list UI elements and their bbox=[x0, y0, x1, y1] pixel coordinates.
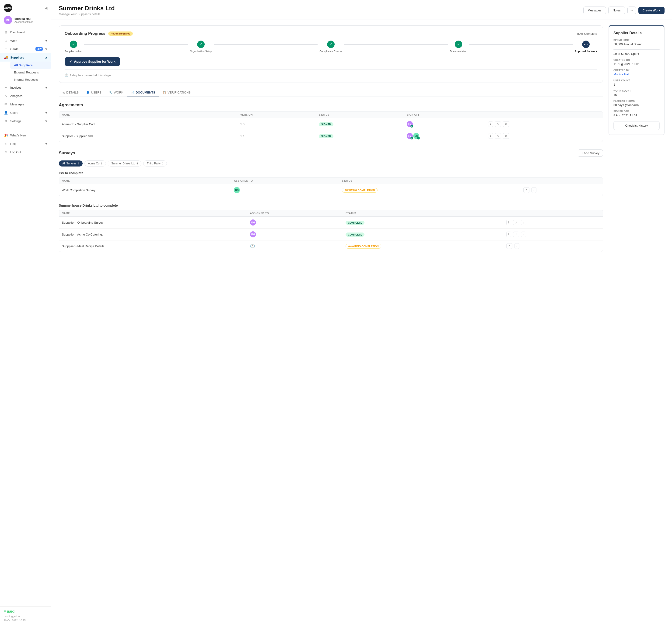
sidebar-item-work[interactable]: □ Work ∨ bbox=[0, 36, 51, 45]
step-connector bbox=[84, 44, 188, 45]
sidebar-item-internal-requests[interactable]: Internal Requests bbox=[10, 76, 51, 83]
delete-button[interactable]: 🗑 bbox=[503, 121, 509, 127]
step-circle-done: ✓ bbox=[197, 41, 205, 48]
sidebar-item-logout[interactable]: ⎋ Log Out bbox=[0, 148, 51, 156]
summerhouse-section-title: Summerhouse Drinks Ltd to complete bbox=[59, 204, 603, 207]
more-options-button[interactable]: ··· bbox=[627, 6, 636, 14]
iss-table-body: Work Completion Survey NG AWAITING COMPL… bbox=[59, 184, 603, 196]
step-connector bbox=[469, 44, 573, 45]
approve-supplier-button[interactable]: ✔ Approve Supplier for Work bbox=[65, 57, 120, 66]
sidebar-item-invoices[interactable]: ≡ Invoices ∨ bbox=[0, 83, 51, 92]
dashboard-icon: ⊞ bbox=[4, 30, 8, 34]
sidebar-item-help[interactable]: ◎ Help ∨ bbox=[0, 140, 51, 148]
tab-details[interactable]: ◎ DETAILS bbox=[59, 89, 82, 97]
external-link-button[interactable]: ↗ bbox=[513, 231, 519, 237]
avatar-with-check-em: EM ✓ bbox=[407, 133, 413, 139]
sidebar-item-users[interactable]: 👤 Users ∨ bbox=[0, 108, 51, 117]
col-status: STATUS bbox=[316, 111, 404, 118]
chevron-down-icon: ∨ bbox=[45, 111, 47, 115]
time-note: 🕐 1 day has passed at this stage bbox=[65, 70, 597, 77]
header-actions: Messages Notes ··· Create Work bbox=[583, 6, 665, 14]
action-icons: ℹ ✎ 🗑 bbox=[488, 121, 600, 127]
chevron-down-icon: ∨ bbox=[45, 47, 47, 51]
sidebar-item-messages[interactable]: ✉ Messages bbox=[0, 100, 51, 108]
tab-documents[interactable]: 📄 DOCUMENTS bbox=[127, 89, 159, 97]
info-button[interactable]: ℹ bbox=[488, 121, 493, 127]
info-button[interactable]: ℹ bbox=[488, 133, 493, 139]
created-by-link[interactable]: Monica Hall bbox=[614, 73, 659, 76]
external-link-button[interactable]: ↗ bbox=[523, 187, 529, 193]
col-signoff: SIGN OFF bbox=[404, 111, 485, 118]
sidebar-item-settings[interactable]: ⚙ Settings ∨ bbox=[0, 117, 51, 125]
col-status: STATUS bbox=[343, 210, 504, 217]
step-label: Supplier Invited bbox=[65, 50, 82, 53]
main-nav: ⊞ Dashboard □ Work ∨ ▭ Cards NEW ∨ 🚚 Sup… bbox=[0, 28, 51, 606]
filter-all-surveys[interactable]: All Surveys 6 bbox=[59, 160, 82, 167]
survey-status: COMPLETE bbox=[343, 228, 504, 241]
agreements-table-body: Acme Co - Supplier Cod... 1.3 SIGNED EM … bbox=[59, 118, 603, 142]
notes-button[interactable]: Notes bbox=[608, 6, 625, 14]
download-button[interactable]: ↓ bbox=[514, 243, 520, 249]
info-button[interactable]: ℹ bbox=[506, 220, 511, 225]
onboarding-header: Onboarding Progress Action Required 80% … bbox=[65, 31, 597, 36]
download-button[interactable]: ↓ bbox=[521, 231, 526, 237]
edit-button[interactable]: ✎ bbox=[495, 121, 501, 127]
tab-users[interactable]: 👤 USERS bbox=[82, 89, 105, 97]
summerhouse-table-header: NAME ASSIGNED TO STATUS bbox=[59, 210, 603, 217]
download-button[interactable]: ↓ bbox=[531, 187, 536, 193]
tab-work[interactable]: 🔧 WORK bbox=[105, 89, 127, 97]
onboarding-progress-card: Onboarding Progress Action Required 80% … bbox=[59, 25, 603, 83]
checklist-history-button[interactable]: Checklist History bbox=[614, 121, 659, 130]
spend-bar bbox=[614, 49, 659, 50]
sidebar-item-cards[interactable]: ▭ Cards NEW ∨ bbox=[0, 45, 51, 53]
agreement-actions: ℹ ✎ 🗑 bbox=[485, 130, 603, 142]
sidebar-item-analytics[interactable]: ∿ Analytics bbox=[0, 92, 51, 100]
col-name: NAME bbox=[59, 210, 247, 217]
step-circle-done: ✓ bbox=[327, 41, 335, 48]
messages-button[interactable]: Messages bbox=[583, 6, 606, 14]
filter-acme-co[interactable]: Acme Co 1 bbox=[85, 160, 106, 167]
verifications-icon: 📋 bbox=[163, 91, 166, 94]
check-overlay: ✓ bbox=[410, 137, 413, 140]
sidebar-item-label: Work bbox=[10, 39, 43, 43]
step-label: Documentation bbox=[450, 50, 467, 53]
survey-status: COMPLETE bbox=[343, 217, 504, 228]
step-approval-for-work: ··· Approval for Work bbox=[575, 41, 597, 53]
filter-third-party[interactable]: Third Party 1 bbox=[143, 160, 167, 167]
survey-name: Suppplier - Meal Recipe Details bbox=[59, 241, 247, 252]
create-work-button[interactable]: Create Work bbox=[639, 7, 665, 14]
sidebar-item-all-suppliers[interactable]: All Suppliers bbox=[10, 61, 51, 69]
sidebar-item-whats-new[interactable]: 🎉 What's New bbox=[0, 131, 51, 140]
status-badge: SIGNED bbox=[319, 134, 333, 138]
add-survey-button[interactable]: + Add Survey bbox=[578, 149, 603, 157]
action-icons: ℹ ↗ ↓ bbox=[506, 220, 600, 225]
iss-section-title: ISS to complete bbox=[59, 171, 603, 175]
sidebar-item-label: Users bbox=[10, 111, 43, 115]
surveys-header: Surveys + Add Survey bbox=[59, 149, 603, 157]
signed-off-label: SIGNED OFF bbox=[614, 110, 659, 112]
delete-button[interactable]: 🗑 bbox=[503, 133, 509, 139]
avatar-with-check: EM ✓ bbox=[407, 121, 413, 127]
table-row: Suppplier - Meal Recipe Details 🕐 AWAITI… bbox=[59, 241, 603, 252]
sidebar: ACME ◀ MH Monica Hall Account settings ⊞… bbox=[0, 0, 51, 625]
agreement-status: SIGNED bbox=[316, 118, 404, 130]
external-link-button[interactable]: ↗ bbox=[513, 220, 519, 225]
avatar: NG bbox=[234, 187, 240, 193]
company-logo: ACME bbox=[4, 4, 12, 12]
collapse-sidebar-button[interactable]: ◀ bbox=[45, 6, 47, 10]
step-label: Organisation Setup bbox=[190, 50, 212, 53]
sidebar-item-external-requests[interactable]: External Requests bbox=[10, 69, 51, 76]
filter-summer-drinks[interactable]: Summer Drinks Ltd 4 bbox=[108, 160, 142, 167]
iss-table: NAME ASSIGNED TO STATUS Work Completion … bbox=[59, 177, 603, 196]
col-actions bbox=[521, 177, 603, 184]
sidebar-item-suppliers[interactable]: 🚚 Suppliers ∧ bbox=[0, 53, 51, 61]
info-button[interactable]: ℹ bbox=[506, 231, 511, 237]
survey-name: Suppplier - Acme Co Catering... bbox=[59, 228, 247, 241]
sidebar-item-dashboard[interactable]: ⊞ Dashboard bbox=[0, 28, 51, 36]
download-button[interactable]: ↓ bbox=[521, 220, 526, 225]
tab-verifications[interactable]: 📋 VERIFICATIONS bbox=[159, 89, 194, 97]
external-link-button[interactable]: ↗ bbox=[506, 243, 512, 249]
onboarding-title: Onboarding Progress bbox=[65, 31, 105, 36]
edit-button[interactable]: ✎ bbox=[495, 133, 501, 139]
step-circle-done: ✓ bbox=[455, 41, 462, 48]
